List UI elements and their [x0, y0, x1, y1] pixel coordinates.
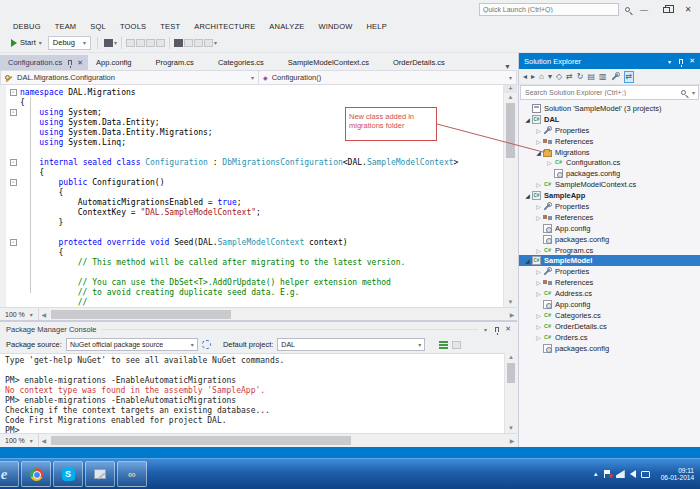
- menu-analyze[interactable]: ANALYZE: [262, 22, 311, 31]
- taskbar-internet-explorer-button[interactable]: e: [0, 461, 19, 487]
- pin-icon[interactable]: [495, 327, 499, 332]
- expand-icon[interactable]: ▷: [534, 323, 543, 330]
- collapse-icon[interactable]: ◢: [523, 192, 532, 199]
- tree-item-samplemodel[interactable]: ◢C#SampleModel: [519, 255, 700, 266]
- tree-item-app-config[interactable]: App.config: [519, 299, 700, 310]
- chevron-down-icon[interactable]: ▾: [692, 89, 695, 96]
- taskbar-system-tool-button[interactable]: [85, 461, 115, 487]
- taskbar-visual-studio-button[interactable]: ∞: [117, 461, 147, 487]
- home-icon[interactable]: ⌂: [539, 72, 544, 82]
- tree-item-samplemodelcontext-cs[interactable]: ▷C#SampleModelContext.cs: [519, 179, 700, 190]
- show-all-files-icon[interactable]: ▥: [599, 72, 607, 82]
- tree-item-properties[interactable]: ▷Properties: [519, 201, 700, 212]
- collapse-icon[interactable]: ◢: [523, 116, 532, 123]
- window-position-icon[interactable]: ▾: [668, 58, 671, 65]
- scroll-up-icon[interactable]: ▲: [504, 93, 517, 102]
- scroll-left-icon[interactable]: ◀: [39, 437, 49, 444]
- menu-test[interactable]: TEST: [153, 22, 187, 31]
- editor-vertical-scrollbar[interactable]: + ▲ ▼: [503, 85, 517, 307]
- quick-launch-input[interactable]: [479, 3, 619, 16]
- expand-icon[interactable]: ▷: [534, 181, 543, 188]
- tree-item-references[interactable]: ▷References: [519, 212, 700, 223]
- action-center-flag-icon[interactable]: [604, 470, 611, 478]
- tree-item-configuration-cs[interactable]: ▷C#Configuration.cs: [519, 157, 700, 168]
- tab-orderdetails-cs[interactable]: OrderDetails.cs: [385, 55, 461, 70]
- search-icon[interactable]: [625, 7, 630, 12]
- minimize-button[interactable]: —: [636, 4, 652, 16]
- refresh-icon[interactable]: ↻: [577, 72, 584, 82]
- solution-explorer-titlebar[interactable]: Solution Explorer ▾ ✕: [519, 53, 700, 69]
- expand-icon[interactable]: ▷: [534, 203, 543, 210]
- scroll-left-icon[interactable]: ◀: [39, 311, 49, 318]
- taskbar-skype-button[interactable]: S: [53, 461, 83, 487]
- expand-icon[interactable]: ▷: [534, 214, 543, 221]
- tree-item-migrations[interactable]: ◢Migrations: [519, 147, 700, 158]
- switch-views-icon[interactable]: ▾: [548, 72, 552, 82]
- tray-expand-icon[interactable]: ▲: [593, 471, 599, 477]
- pending-changes-filter-icon[interactable]: ◇: [556, 72, 562, 82]
- collapse-icon[interactable]: ◢: [523, 257, 532, 264]
- taskbar-clock[interactable]: 09:11 06-01-2014: [655, 467, 694, 482]
- member-dropdown[interactable]: ◆ Configuration() ▾: [259, 71, 516, 84]
- tab-overflow-chevron-icon[interactable]: ▼: [504, 63, 517, 70]
- editor-horizontal-scrollbar[interactable]: [49, 308, 507, 320]
- scroll-down-icon[interactable]: ▼: [504, 298, 517, 307]
- package-manager-console-titlebar[interactable]: Package Manager Console ▾ ✕: [0, 322, 517, 336]
- close-button[interactable]: ✕: [680, 4, 696, 16]
- tree-item-address-cs[interactable]: ▷C#Address.cs: [519, 288, 700, 299]
- redo-icon[interactable]: [156, 39, 165, 47]
- tree-item-sampleapp[interactable]: ◢C#SampleApp: [519, 190, 700, 201]
- expand-icon[interactable]: ▷: [545, 159, 554, 166]
- close-icon[interactable]: ✕: [77, 59, 83, 67]
- collapse-region-icon[interactable]: -: [10, 239, 17, 246]
- menu-help[interactable]: HELP: [359, 22, 393, 31]
- scroll-right-icon[interactable]: ▶: [507, 437, 517, 444]
- collapse-region-icon[interactable]: -: [10, 159, 17, 166]
- collapse-region-icon[interactable]: -: [10, 109, 17, 116]
- expand-icon[interactable]: ▷: [534, 334, 543, 341]
- pin-icon[interactable]: [679, 59, 683, 64]
- volume-icon[interactable]: [630, 470, 636, 478]
- network-signal-icon[interactable]: [616, 470, 625, 478]
- tree-item-packages-config[interactable]: packages.config: [519, 343, 700, 354]
- scroll-up-icon[interactable]: ▲: [505, 353, 517, 362]
- preview-selected-items-icon[interactable]: ⇄: [624, 71, 635, 83]
- expand-icon[interactable]: ▷: [534, 247, 543, 254]
- restore-button[interactable]: [658, 4, 674, 16]
- step-over-icon[interactable]: [194, 39, 203, 47]
- tree-item-orders-cs[interactable]: ▷C#Orders.cs: [519, 332, 700, 343]
- console-horizontal-scrollbar[interactable]: [49, 434, 507, 446]
- default-project-combo[interactable]: DAL ▾: [277, 338, 425, 351]
- menu-tools[interactable]: TOOLS: [113, 22, 153, 31]
- expand-icon[interactable]: ▷: [534, 268, 543, 275]
- search-icon[interactable]: [681, 90, 686, 95]
- navigate-backward-icon[interactable]: [126, 39, 135, 47]
- tree-item-properties[interactable]: ▷Properties: [519, 125, 700, 136]
- scroll-thumb[interactable]: [506, 103, 515, 158]
- scroll-thumb[interactable]: [51, 436, 351, 445]
- expand-icon[interactable]: ▷: [534, 279, 543, 286]
- taskbar-chrome-button[interactable]: [21, 461, 51, 487]
- tree-item-app-config[interactable]: App.config: [519, 223, 700, 234]
- stop-icon[interactable]: [174, 39, 183, 47]
- solution-configuration-combo[interactable]: Debug ▾: [48, 36, 91, 50]
- sync-with-active-document-icon[interactable]: ⇄: [566, 72, 573, 82]
- tree-item-solution-samplemodel-3-projects-[interactable]: Solution 'SampleModel' (3 projects): [519, 103, 700, 114]
- tree-item-dal[interactable]: ◢C#DAL: [519, 114, 700, 125]
- collapse-icon[interactable]: ◢: [534, 149, 543, 156]
- tree-item-orderdetails-cs[interactable]: ▷C#OrderDetails.cs: [519, 321, 700, 332]
- scroll-thumb[interactable]: [51, 310, 231, 319]
- close-icon[interactable]: ✕: [505, 325, 511, 333]
- splitter-grip-icon[interactable]: +: [504, 85, 517, 93]
- close-icon[interactable]: ✕: [689, 57, 695, 65]
- clear-console-icon[interactable]: [439, 341, 448, 349]
- collapse-all-icon[interactable]: ▤: [587, 72, 595, 82]
- menu-window[interactable]: WINDOW: [311, 22, 359, 31]
- forward-icon[interactable]: ▸: [531, 72, 535, 82]
- back-icon[interactable]: ◂: [523, 72, 527, 82]
- step-into-icon[interactable]: [184, 39, 193, 47]
- properties-wrench-icon[interactable]: [611, 72, 620, 81]
- expand-icon[interactable]: ▷: [534, 290, 543, 297]
- window-position-icon[interactable]: ▾: [484, 326, 487, 333]
- console-vertical-scrollbar[interactable]: ▲ ▼: [504, 353, 517, 433]
